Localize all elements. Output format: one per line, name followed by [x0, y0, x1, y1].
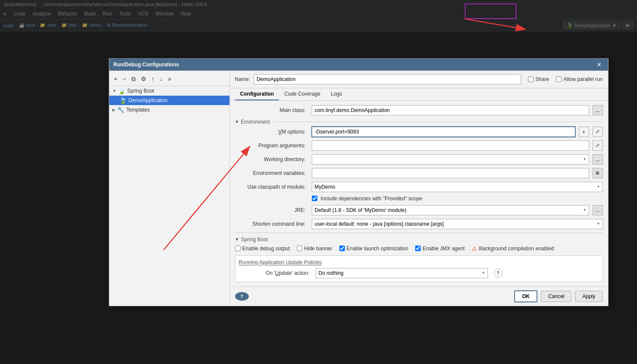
backdrop	[0, 0, 637, 31]
